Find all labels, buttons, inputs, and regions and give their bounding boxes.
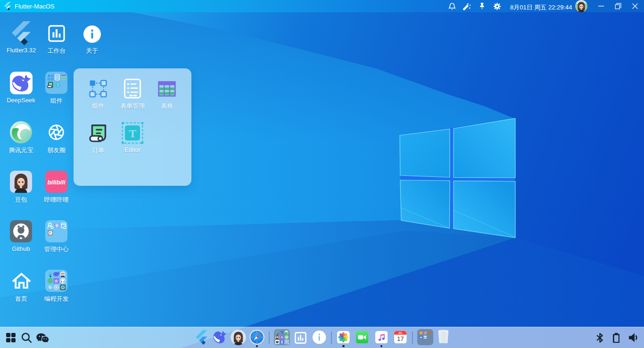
svg-text:T: T [57,83,59,87]
svg-text:bilibili: bilibili [47,179,65,186]
svg-text:G: G [49,284,52,289]
svg-text:T: T [129,127,136,140]
